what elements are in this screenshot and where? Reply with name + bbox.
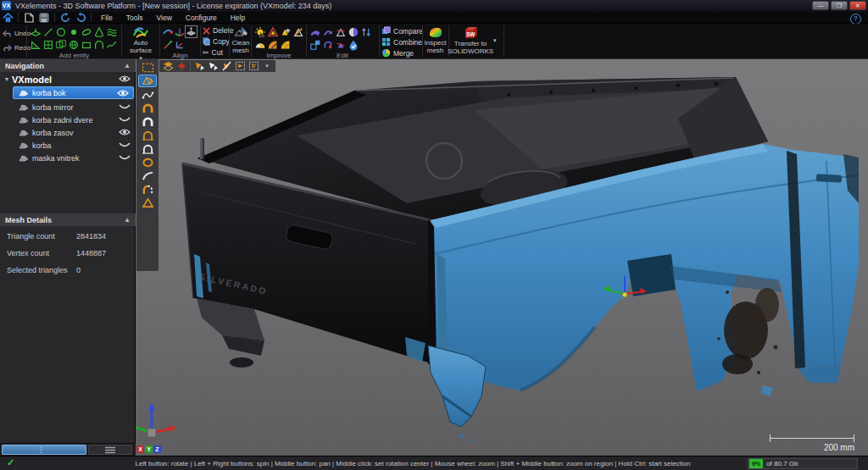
menu-view[interactable]: View: [150, 12, 179, 24]
collapse-navigation-icon[interactable]: ▲: [124, 62, 131, 69]
add-circle-icon[interactable]: [54, 25, 67, 38]
inspect-mesh-button[interactable]: Inspect mesh: [424, 25, 447, 54]
tree-item-korba-bok[interactable]: korba bok: [13, 86, 134, 99]
visibility-eye-icon[interactable]: [117, 89, 129, 99]
align-plane-icon[interactable]: [185, 25, 198, 38]
add-line-icon[interactable]: [42, 25, 54, 38]
patch-icon[interactable]: [334, 38, 347, 51]
redo-circle-icon[interactable]: [73, 12, 88, 23]
extract-icon[interactable]: [334, 25, 347, 38]
align-move-icon[interactable]: [161, 38, 174, 51]
cut-button[interactable]: ✂ Cut: [203, 48, 223, 57]
curve-tool-icon[interactable]: [138, 169, 157, 182]
menu-help[interactable]: Help: [224, 12, 252, 24]
show-through-icon[interactable]: [161, 61, 175, 72]
spin-icon[interactable]: [321, 38, 334, 51]
edit-triangles-icon[interactable]: [292, 25, 304, 38]
fill-hole-whole-icon[interactable]: [138, 102, 157, 114]
save-icon[interactable]: [36, 12, 52, 23]
list-view-toggle[interactable]: [88, 445, 132, 455]
add-triangles-icon[interactable]: [279, 25, 292, 38]
shrink-selection-icon[interactable]: [247, 61, 260, 72]
visibility-closed-eye-icon[interactable]: [119, 153, 131, 163]
scale-icon[interactable]: [309, 38, 321, 51]
clean-mesh-button[interactable]: Clean mesh: [231, 25, 251, 54]
add-mesh-plane-icon[interactable]: [54, 38, 67, 51]
ellipse-tool-icon[interactable]: [138, 156, 157, 169]
add-plane-icon[interactable]: [29, 25, 42, 38]
tree-view-toggle[interactable]: [2, 445, 86, 455]
add-ellipse-icon[interactable]: [80, 25, 92, 38]
flip-normals-icon[interactable]: [359, 25, 372, 38]
viewport-3d[interactable]: SILVERADO: [136, 59, 868, 456]
collapse-mesh-details-icon[interactable]: ▲: [124, 216, 131, 224]
free-selection-icon[interactable]: [138, 75, 157, 87]
fill-hole-white-icon[interactable]: [138, 115, 157, 128]
navigation-panel-header[interactable]: Navigation ▲: [0, 59, 136, 72]
remesh-icon[interactable]: [309, 25, 321, 38]
merge-button[interactable]: Merge: [381, 48, 414, 58]
bridge-orange-icon[interactable]: [138, 129, 157, 141]
menu-configure[interactable]: Configure: [179, 12, 224, 24]
minimize-button[interactable]: —: [812, 1, 829, 10]
visibility-closed-eye-icon[interactable]: [119, 102, 131, 113]
visibility-closed-eye-icon[interactable]: [119, 141, 131, 151]
mesh-details-panel-header[interactable]: Mesh Details ▲: [0, 213, 136, 226]
rectangle-selection-icon[interactable]: [138, 61, 157, 74]
menu-tools[interactable]: Tools: [120, 12, 150, 24]
add-angle-icon[interactable]: [29, 38, 42, 51]
tree-item-korba[interactable]: korba: [0, 139, 136, 152]
auto-surface-button[interactable]: Auto surface ▾: [124, 25, 158, 62]
select-backface-icon[interactable]: [192, 61, 206, 72]
add-slot-icon[interactable]: [92, 38, 105, 51]
reset-view-icon[interactable]: [175, 61, 188, 72]
copy-button[interactable]: Copy: [203, 37, 230, 46]
view-tools-dropdown-icon[interactable]: ▾: [260, 61, 274, 72]
grow-selection-icon[interactable]: [233, 61, 247, 72]
visibility-closed-eye-icon[interactable]: [119, 115, 131, 125]
split-icon[interactable]: [347, 25, 359, 38]
add-polyline-icon[interactable]: [105, 38, 118, 51]
align-surface-icon[interactable]: [161, 25, 174, 38]
transfer-dropdown-icon[interactable]: ▾: [493, 37, 497, 44]
combine-button[interactable]: Combine: [381, 37, 422, 47]
offset-icon[interactable]: [321, 25, 334, 38]
spline-selection-icon[interactable]: [138, 88, 157, 101]
add-point-icon[interactable]: [67, 25, 80, 38]
undo-circle-icon[interactable]: [58, 12, 73, 23]
tree-root-vxmodel[interactable]: ▾ VXmodel: [0, 73, 136, 86]
restore-button[interactable]: ❐: [831, 1, 848, 10]
align-axes-icon[interactable]: [173, 25, 186, 38]
menu-file[interactable]: File: [94, 12, 120, 24]
refine-icon[interactable]: [279, 38, 292, 51]
validate-icon[interactable]: [347, 38, 359, 51]
smooth-mesh-icon[interactable]: [253, 38, 266, 51]
visibility-eye-icon[interactable]: [119, 128, 131, 138]
tree-item-korba-zadni-dvere[interactable]: korba zadni dvere: [0, 113, 136, 126]
new-document-icon[interactable]: [21, 12, 36, 23]
partial-hole-icon[interactable]: [138, 183, 157, 196]
add-sphere-icon[interactable]: [67, 38, 80, 51]
align-frame-icon[interactable]: [173, 38, 186, 51]
truck-bed-scan-model[interactable]: SILVERADO: [136, 59, 868, 456]
tree-item-korba-zasov[interactable]: korba zasov: [0, 126, 136, 139]
tree-item-korba-mirror[interactable]: korba mirror: [0, 101, 136, 113]
brush-select-icon[interactable]: [220, 61, 233, 72]
visibility-eye-icon[interactable]: [119, 75, 131, 85]
tree-item-maska-vnitrek[interactable]: maska vnitrek: [0, 152, 136, 164]
decimate-icon[interactable]: [266, 38, 279, 51]
add-surface-icon[interactable]: [105, 25, 118, 38]
add-cone-icon[interactable]: [92, 25, 105, 38]
select-visible-icon[interactable]: [206, 61, 220, 72]
add-grid-plane-icon[interactable]: [42, 38, 54, 51]
fill-holes-icon[interactable]: [253, 25, 266, 38]
expand-chevron-icon[interactable]: ▾: [5, 75, 8, 83]
fix-errors-icon[interactable]: [266, 25, 279, 38]
compare-button[interactable]: Compare: [381, 26, 423, 36]
transfer-solidworks-button[interactable]: SW Transfer to SOLIDWORKS: [450, 25, 491, 55]
home-icon[interactable]: [0, 12, 15, 23]
bridge-white-icon[interactable]: [138, 142, 157, 155]
add-rectangle-icon[interactable]: [80, 38, 92, 51]
triangle-tool-icon[interactable]: [138, 196, 157, 209]
close-button[interactable]: ✕: [849, 1, 866, 10]
